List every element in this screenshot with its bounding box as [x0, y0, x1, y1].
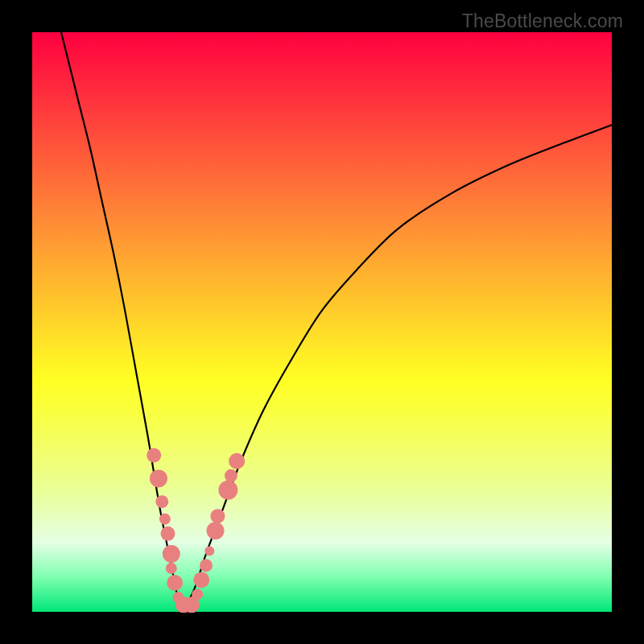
marker-point	[167, 575, 183, 591]
marker-group	[147, 448, 245, 613]
marker-point	[207, 522, 225, 539]
curve-right-branch	[183, 125, 612, 612]
marker-point	[192, 588, 203, 600]
curve-left-branch	[61, 32, 183, 612]
marker-point	[193, 572, 209, 588]
chart-stage: TheBottleneck.com	[0, 0, 644, 644]
marker-point	[225, 469, 237, 482]
watermark-text: TheBottleneck.com	[462, 10, 623, 32]
marker-point	[166, 563, 177, 574]
marker-point	[160, 526, 175, 541]
marker-point	[147, 448, 161, 463]
marker-point	[159, 514, 171, 525]
marker-point	[229, 453, 245, 469]
marker-point	[204, 546, 214, 555]
marker-point	[163, 545, 180, 563]
marker-point	[210, 509, 225, 523]
marker-point	[200, 559, 213, 572]
curve-layer	[32, 32, 612, 612]
marker-point	[155, 495, 168, 508]
marker-point	[218, 481, 237, 500]
marker-point	[150, 469, 167, 487]
plot-area	[32, 32, 612, 612]
